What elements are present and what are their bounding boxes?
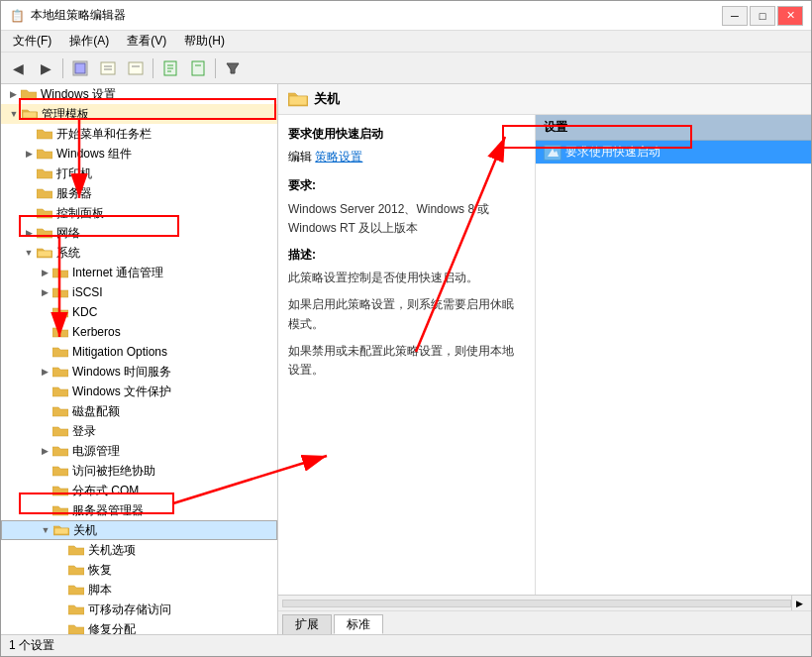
expand-icon-network[interactable]	[21, 225, 37, 241]
tree-item-script[interactable]: 脚本	[1, 580, 277, 600]
menu-file[interactable]: 文件(F)	[5, 31, 59, 52]
horizontal-scrollbar[interactable]	[282, 600, 791, 607]
tree-label-iscsi: iSCSI	[72, 285, 103, 299]
svg-marker-22	[227, 63, 239, 73]
tree-label-kerberos: Kerberos	[72, 325, 121, 339]
tree-label-server-mgr: 服务器管理器	[72, 502, 144, 519]
tree-item-windows-settings[interactable]: Windows 设置	[1, 84, 277, 104]
expand-icon-iscsi[interactable]	[37, 284, 52, 300]
folder-icon-shutdown-options	[68, 543, 84, 557]
toolbar-btn-4[interactable]	[157, 56, 183, 80]
policy-setting-link[interactable]: 策略设置	[315, 150, 362, 164]
svg-rect-11	[101, 62, 115, 74]
tree-label-mitigation: Mitigation Options	[72, 345, 167, 359]
right-split: 要求使用快速启动 编辑 策略设置 要求: Windows Server 2012…	[278, 115, 811, 595]
tree-item-power-mgmt[interactable]: 电源管理	[1, 441, 277, 461]
if-disabled-text: 如果禁用或未配置此策略设置，则使用本地设置。	[288, 342, 525, 380]
desc-text: 此策略设置控制是否使用快速启动。	[288, 269, 525, 287]
tree-item-printer[interactable]: 打印机	[1, 164, 277, 183]
horizontal-scrollbar-area: ▶	[278, 595, 811, 610]
expand-icon-internet-comm[interactable]	[37, 265, 52, 280]
tree-item-shutdown[interactable]: 关机	[1, 520, 277, 540]
tree-label-internet-comm: Internet 通信管理	[72, 265, 163, 281]
folder-icon-login	[52, 424, 68, 438]
close-button[interactable]: ✕	[777, 6, 803, 26]
menu-help[interactable]: 帮助(H)	[176, 31, 233, 52]
svg-rect-14	[129, 62, 143, 74]
tree-item-admin-templates[interactable]: 管理模板	[1, 104, 277, 124]
tree-item-removable-storage[interactable]: 可移动存储访问	[1, 600, 277, 619]
tree-item-windows-components[interactable]: Windows 组件	[1, 144, 277, 164]
expand-icon-shutdown[interactable]	[38, 522, 53, 538]
tree-item-windows-file[interactable]: Windows 文件保护	[1, 382, 277, 401]
forward-button[interactable]: ▶	[33, 56, 58, 80]
settings-item-fast-startup[interactable]: 要求使用快速启动	[536, 141, 811, 164]
tree-item-network[interactable]: 网络	[1, 223, 277, 243]
tree-item-server-mgr[interactable]: 服务器管理器	[1, 500, 277, 520]
folder-icon-disk-quota	[52, 404, 68, 418]
tree-item-kdc[interactable]: KDC	[1, 302, 277, 322]
tree-item-shutdown-options[interactable]: 关机选项	[1, 540, 277, 560]
tree-label-distributed-com: 分布式 COM	[72, 483, 139, 499]
menu-view[interactable]: 查看(V)	[119, 31, 174, 52]
main-content: Windows 设置 管理模板 开始菜单和任务栏	[1, 84, 811, 634]
settings-item-label-fast-startup: 要求使用快速启动	[565, 144, 660, 161]
tree-label-control-panel: 控制面板	[56, 205, 104, 222]
expand-icon-windows-components[interactable]	[21, 146, 37, 162]
toolbar-btn-1[interactable]	[67, 56, 93, 80]
require-label: 要求:	[288, 176, 525, 195]
toolbar-separator-2	[152, 58, 153, 78]
tree-item-windows-time[interactable]: Windows 时间服务	[1, 362, 277, 382]
tree-item-access-denied[interactable]: 访问被拒绝协助	[1, 461, 277, 481]
toolbar-btn-5[interactable]	[185, 56, 211, 80]
folder-icon-service-distribution	[68, 622, 84, 634]
tree-item-distributed-com[interactable]: 分布式 COM	[1, 481, 277, 500]
status-bar: 1 个设置	[1, 634, 811, 656]
app-icon: 📋	[9, 8, 25, 24]
scroll-right-button[interactable]: ▶	[791, 596, 807, 611]
tree-item-restore[interactable]: 恢复	[1, 560, 277, 580]
tree-item-system[interactable]: 系统	[1, 243, 277, 263]
tree-label-start-menu: 开始菜单和任务栏	[56, 126, 152, 143]
folder-icon-shutdown	[53, 523, 69, 537]
window-controls: ─ □ ✕	[722, 6, 803, 26]
tree-item-service-distribution[interactable]: 修复分配	[1, 619, 277, 634]
menu-action[interactable]: 操作(A)	[61, 31, 117, 52]
maximize-button[interactable]: □	[750, 6, 775, 26]
tree-label-printer: 打印机	[56, 165, 92, 182]
tree-item-disk-quota[interactable]: 磁盘配额	[1, 401, 277, 421]
expand-icon-power-mgmt[interactable]	[37, 443, 52, 459]
tree-label-access-denied: 访问被拒绝协助	[72, 463, 155, 480]
tree-item-internet-comm[interactable]: Internet 通信管理	[1, 263, 277, 282]
require-text: Windows Server 2012、Windows 8 或 Windows …	[288, 200, 525, 238]
expand-icon-windows-time[interactable]	[37, 364, 52, 380]
toolbar-btn-2[interactable]	[95, 56, 121, 80]
desc-label: 描述:	[288, 246, 525, 265]
folder-icon-internet-comm	[52, 266, 68, 279]
tab-standard[interactable]: 标准	[334, 614, 383, 634]
policy-title: 要求使用快速启动	[288, 125, 525, 144]
folder-icon-control-panel	[37, 206, 52, 220]
tree-item-start-menu[interactable]: 开始菜单和任务栏	[1, 124, 277, 144]
folder-icon-system	[37, 246, 52, 260]
expand-icon-admin-templates[interactable]	[6, 106, 22, 122]
tab-expand[interactable]: 扩展	[282, 614, 332, 634]
expand-icon-system[interactable]	[21, 245, 37, 261]
tree-label-removable-storage: 可移动存储访问	[88, 602, 171, 618]
toolbar-btn-3[interactable]	[123, 56, 149, 80]
minimize-button[interactable]: ─	[722, 6, 748, 26]
right-panel-header: 关机	[278, 84, 811, 115]
tree-item-mitigation[interactable]: Mitigation Options	[1, 342, 277, 362]
tree-item-kerberos[interactable]: Kerberos	[1, 322, 277, 342]
folder-icon-server-mgr	[52, 503, 68, 517]
tree-item-login[interactable]: 登录	[1, 421, 277, 441]
expand-icon-windows-settings[interactable]	[5, 86, 21, 102]
tree-item-iscsi[interactable]: iSCSI	[1, 282, 277, 302]
tree-item-server[interactable]: 服务器	[1, 183, 277, 203]
right-header-title: 关机	[314, 90, 340, 108]
back-button[interactable]: ◀	[5, 56, 31, 80]
tree-label-login: 登录	[72, 423, 96, 440]
folder-icon-printer	[37, 166, 52, 180]
filter-button[interactable]	[220, 56, 246, 80]
tree-item-control-panel[interactable]: 控制面板	[1, 203, 277, 223]
